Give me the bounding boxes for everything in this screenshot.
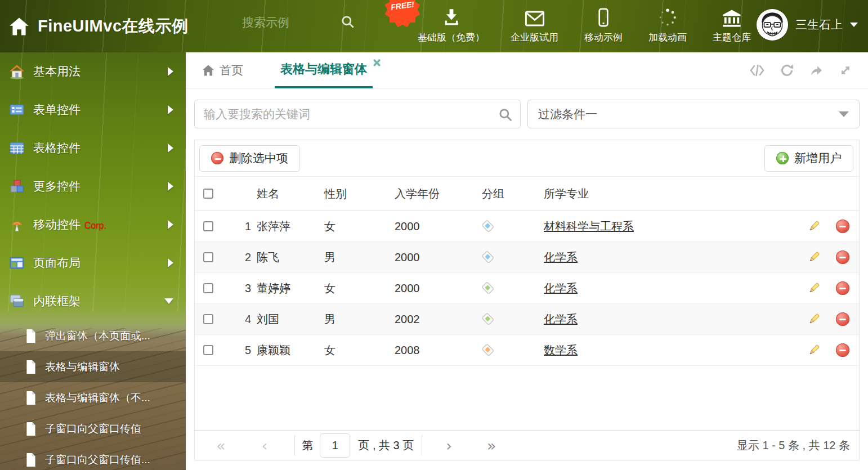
col-group[interactable]: 分组 <box>482 186 544 202</box>
tab-grid-edit-window[interactable]: 表格与编辑窗体 <box>275 52 373 88</box>
corp-badge: Corp. <box>84 221 106 231</box>
prev-page-icon[interactable]: ‹ <box>262 438 268 453</box>
nav-theme-store[interactable]: 主题仓库 <box>713 7 751 44</box>
page-icon <box>25 422 37 436</box>
add-user-label: 新增用户 <box>794 150 842 166</box>
nav-label: 移动示例 <box>584 31 623 44</box>
nav-mobile-demos[interactable]: 移动示例 <box>584 7 623 44</box>
sidebar-item-label: 表单控件 <box>33 102 80 118</box>
col-year[interactable]: 入学年份 <box>395 186 482 202</box>
spinner-icon <box>658 7 677 27</box>
sidebar-subitem-grid-edit-window-2[interactable]: 表格与编辑窗体（不... <box>0 382 186 413</box>
major-link[interactable]: 化学系 <box>544 282 578 294</box>
student-gender: 女 <box>324 281 395 296</box>
refresh-icon[interactable] <box>780 64 794 77</box>
edit-icon[interactable] <box>801 282 826 294</box>
delete-selected-button[interactable]: 删除选中项 <box>199 145 300 172</box>
row-number: 5 <box>226 344 251 357</box>
sidebar-item-more-controls[interactable]: 更多控件 <box>0 167 186 205</box>
tab-home[interactable]: 首页 <box>202 62 243 78</box>
home-icon <box>8 64 26 79</box>
edit-icon[interactable] <box>801 313 826 325</box>
user-menu[interactable]: 三生石上 <box>757 9 858 41</box>
frames-icon <box>8 293 26 309</box>
sidebar-subitem-grid-edit-window[interactable]: 表格与编辑窗体 <box>0 351 186 382</box>
page-prefix: 第 <box>302 438 313 453</box>
edit-icon[interactable] <box>801 251 826 263</box>
major-link[interactable]: 材料科学与工程系 <box>544 220 634 232</box>
download-icon <box>442 7 460 27</box>
row-checkbox[interactable] <box>203 345 213 355</box>
delete-row-icon[interactable] <box>836 281 849 295</box>
col-gender[interactable]: 性别 <box>324 186 395 202</box>
delete-row-icon[interactable] <box>836 220 849 233</box>
sidebar-item-mobile-controls[interactable]: 移动控件 Corp. <box>0 205 186 244</box>
major-link[interactable]: 化学系 <box>544 313 578 325</box>
nav-loading-animations[interactable]: 加载动画 <box>648 7 687 44</box>
major-link[interactable]: 数学系 <box>544 344 578 356</box>
table-row: 5 康颖颖 女 2008 数学系 <box>195 335 859 366</box>
nav-basic-edition[interactable]: 基础版（免费） <box>418 7 485 44</box>
tab-home-label: 首页 <box>220 62 243 78</box>
search-icon[interactable] <box>498 108 513 124</box>
table-row: 1 张萍萍 女 2000 材料科学与工程系 <box>195 211 859 242</box>
row-number: 1 <box>226 220 251 233</box>
col-name[interactable]: 姓名 <box>251 186 324 202</box>
home-logo-icon[interactable] <box>9 16 29 37</box>
nav-enterprise-trial[interactable]: 企业版试用 <box>511 7 558 44</box>
sidebar-subitem-child-to-parent-2[interactable]: 子窗口向父窗口传值... <box>0 444 186 470</box>
page-icon <box>25 453 37 467</box>
delete-row-icon[interactable] <box>836 312 849 326</box>
next-page-icon[interactable]: › <box>446 438 452 453</box>
add-user-button[interactable]: 新增用户 <box>764 145 853 172</box>
major-link[interactable]: 化学系 <box>544 251 578 263</box>
sidebar-item-page-layout[interactable]: 页面布局 <box>0 244 186 282</box>
first-page-icon[interactable]: « <box>216 438 226 453</box>
nav-label: 基础版（免费） <box>418 31 485 44</box>
delete-selected-label: 删除选中项 <box>229 150 288 166</box>
row-number: 3 <box>226 282 251 295</box>
sidebar-item-grid-controls[interactable]: 表格控件 <box>0 129 186 167</box>
row-checkbox[interactable] <box>203 252 213 262</box>
tag-icon <box>482 220 494 232</box>
row-checkbox[interactable] <box>203 283 213 293</box>
delete-row-icon[interactable] <box>836 343 849 357</box>
code-icon[interactable] <box>750 64 764 77</box>
edit-icon[interactable] <box>801 220 826 232</box>
sidebar-item-label: 表格控件 <box>33 140 80 156</box>
tab-close-icon[interactable] <box>373 59 381 69</box>
last-page-icon[interactable]: » <box>487 438 496 453</box>
filter-dropdown[interactable]: 过滤条件一 <box>527 100 860 128</box>
chevron-right-icon <box>168 67 173 76</box>
plus-circle-icon <box>776 152 789 164</box>
expand-icon[interactable] <box>839 64 852 77</box>
home-tab-icon <box>202 64 214 77</box>
sidebar-item-form-controls[interactable]: 表单控件 <box>0 91 186 129</box>
sidebar-subitem-popup-window[interactable]: 弹出窗体（本页面或... <box>0 320 186 351</box>
edit-icon[interactable] <box>801 344 826 356</box>
enrollment-year: 2000 <box>395 220 482 233</box>
page-icon <box>25 329 37 343</box>
chevron-right-icon <box>168 144 173 153</box>
keyword-search <box>194 100 521 128</box>
share-icon[interactable] <box>809 64 823 77</box>
layout-icon <box>8 255 26 271</box>
sidebar-item-iframe[interactable]: 内联框架 <box>0 282 186 320</box>
filter-dropdown-value: 过滤条件一 <box>538 106 597 122</box>
sidebar-item-basic-usage[interactable]: 基本用法 <box>0 52 186 91</box>
delete-row-icon[interactable] <box>836 250 849 264</box>
sidebar-subitem-child-to-parent[interactable]: 子窗口向父窗口传值 <box>0 413 186 444</box>
student-name: 董婷婷 <box>251 281 324 296</box>
row-checkbox[interactable] <box>203 221 213 231</box>
select-all-checkbox[interactable] <box>203 189 213 199</box>
page-number-input[interactable] <box>320 433 350 458</box>
keyword-search-input[interactable] <box>195 100 520 128</box>
header-search-input[interactable] <box>242 16 332 29</box>
tag-icon <box>482 251 494 263</box>
table-icon <box>8 140 26 156</box>
sidebar-item-label: 移动控件 <box>33 217 80 232</box>
tab-bar: 首页 表格与编辑窗体 <box>186 52 868 88</box>
col-major[interactable]: 所学专业 <box>544 186 801 202</box>
header-search-icon[interactable] <box>341 15 355 29</box>
row-checkbox[interactable] <box>203 314 213 324</box>
